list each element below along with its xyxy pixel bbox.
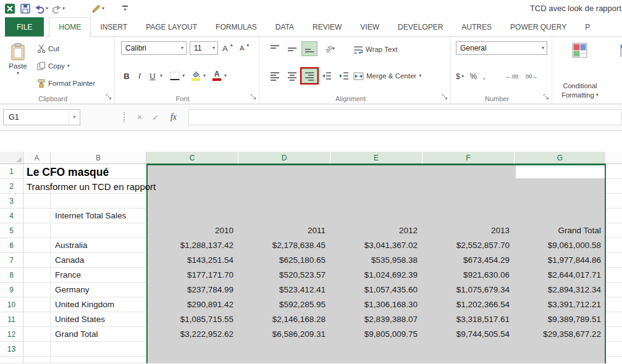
cell-G11[interactable]: $9,389,789.51 (515, 312, 606, 327)
row-header-14-partial[interactable] (0, 357, 23, 363)
column-header-b[interactable]: B (51, 152, 146, 164)
cell-B5[interactable] (51, 223, 146, 238)
cut-button[interactable]: Cut (37, 42, 59, 56)
cell-A7[interactable] (23, 253, 51, 268)
tab-file[interactable]: FILE (5, 17, 44, 37)
font-size-caret-icon[interactable]: ▾ (210, 46, 217, 51)
font-name-caret-icon[interactable]: ▾ (179, 46, 186, 51)
cell-A4[interactable] (23, 209, 51, 223)
tab-clipped[interactable]: P (576, 17, 599, 37)
cell-D6[interactable]: $2,178,638.45 (238, 238, 330, 253)
column-header-g[interactable]: G (515, 152, 606, 164)
number-format-combo[interactable]: General ▾ (456, 41, 547, 55)
tab-autres[interactable]: AUTRES (452, 17, 501, 37)
row-header-8[interactable]: 8 (0, 268, 23, 283)
align-right-button[interactable] (301, 68, 317, 83)
font-color-button[interactable]: A (211, 69, 222, 83)
bold-button[interactable]: B (121, 69, 132, 83)
cell-B4[interactable]: Internet Total Sales (51, 209, 146, 223)
cell-E9[interactable]: $1,057,435.60 (330, 283, 422, 297)
cell-E10[interactable]: $1,306,168.30 (330, 297, 422, 312)
cell-F8[interactable]: $921,630.06 (422, 268, 515, 283)
font-name-combo[interactable]: Calibri ▾ (121, 41, 187, 55)
column-header-e[interactable]: E (330, 152, 422, 164)
tab-view[interactable]: VIEW (351, 17, 389, 37)
save-button[interactable] (19, 2, 32, 15)
clipboard-dialog-launcher[interactable] (106, 94, 112, 101)
cell-D11[interactable]: $2,146,168.28 (238, 312, 330, 327)
format-as-table-button[interactable]: For T (605, 40, 622, 99)
cell-F9[interactable]: $1,075,679.34 (422, 283, 515, 297)
cell-C6[interactable]: $1,288,137.42 (146, 238, 238, 253)
row-header-12[interactable]: 12 (0, 327, 23, 342)
cell-D9[interactable]: $523,412.41 (238, 283, 330, 297)
cancel-button[interactable]: × (132, 109, 147, 125)
tab-home[interactable]: HOME (49, 17, 91, 37)
cell-A8[interactable] (23, 268, 51, 283)
align-left-button[interactable] (267, 68, 283, 83)
cell-F5[interactable]: 2013 (422, 223, 515, 238)
cell-C12[interactable]: $3,222,952.62 (146, 327, 238, 342)
customize-quick-access-toolbar-button[interactable]: ▾ (122, 6, 128, 12)
column-header-f[interactable]: F (422, 152, 515, 164)
cell-B9[interactable]: Germany (51, 283, 146, 297)
cell-A12[interactable] (23, 327, 51, 342)
cell-B12[interactable]: Grand Total (51, 327, 146, 342)
cell-B8[interactable]: France (51, 268, 146, 283)
cell-E12[interactable]: $9,805,009.75 (330, 327, 422, 342)
alignment-dialog-launcher[interactable] (442, 94, 448, 101)
conditional-formatting-button[interactable]: Conditional Formatting ▾ (560, 40, 600, 99)
font-dialog-launcher[interactable] (250, 94, 257, 101)
fill-color-caret-icon[interactable]: ▾ (203, 73, 206, 78)
row-header-1[interactable]: 1 (0, 164, 23, 179)
cell-D5[interactable]: 2011 (238, 223, 330, 238)
increase-indent-button[interactable] (336, 68, 352, 83)
cell-C9[interactable]: $237,784.99 (146, 283, 238, 297)
decrease-indent-button[interactable] (319, 68, 335, 83)
number-dialog-launcher[interactable] (543, 94, 550, 101)
cell-C11[interactable]: $1,085,715.55 (146, 312, 238, 327)
cell-D10[interactable]: $592,285.95 (238, 297, 330, 312)
redo-button[interactable]: ▾ (51, 4, 65, 14)
cell-C5[interactable]: 2010 (146, 223, 238, 238)
font-size-combo[interactable]: 11 ▾ (190, 41, 218, 55)
increase-decimal-button[interactable]: ←.00 (505, 73, 519, 80)
active-cell-G1[interactable] (516, 165, 605, 178)
top-align-button[interactable] (267, 41, 283, 56)
cell-C8[interactable]: $177,171.70 (146, 268, 238, 283)
row-header-7[interactable]: 7 (0, 253, 23, 268)
number-format-caret-icon[interactable]: ▾ (539, 46, 547, 51)
cell-D12[interactable]: $6,586,209.31 (238, 327, 330, 342)
column-stub[interactable] (606, 164, 622, 363)
name-box-caret-icon[interactable]: ▾ (69, 110, 80, 125)
bottom-align-button[interactable] (301, 41, 317, 56)
accounting-format-button[interactable]: $ ▾ (456, 72, 464, 81)
row-header-9[interactable]: 9 (0, 283, 23, 297)
row-header-2[interactable]: 2 (0, 179, 23, 194)
column-header-c[interactable]: C (146, 152, 238, 164)
row-header-4[interactable]: 4 (0, 209, 23, 223)
middle-align-button[interactable] (284, 41, 300, 56)
insert-function-button[interactable]: fx (166, 109, 182, 125)
select-all-corner[interactable] (0, 152, 23, 164)
paste-button[interactable]: Paste ▾ (3, 40, 33, 94)
cell-G7[interactable]: $1,977,844.86 (515, 253, 606, 268)
cell-F6[interactable]: $2,552,857.70 (422, 238, 515, 253)
ink-tool-caret-icon[interactable]: ▾ (102, 6, 104, 11)
percent-style-button[interactable]: % (470, 72, 477, 81)
cell-C7[interactable]: $143,251.54 (146, 253, 238, 268)
column-header-d[interactable]: D (238, 152, 330, 164)
cell-A14[interactable] (23, 357, 51, 363)
cell-G12[interactable]: $29,358,677.22 (515, 327, 606, 342)
cell-A3[interactable] (23, 194, 51, 209)
row-header-3[interactable]: 3 (0, 194, 23, 209)
cell-A13[interactable] (23, 342, 51, 357)
redo-caret-icon[interactable]: ▾ (62, 6, 65, 11)
cell-B3[interactable] (51, 194, 146, 209)
decrease-decimal-button[interactable]: .00→ (524, 73, 538, 80)
tab-review[interactable]: REVIEW (303, 17, 351, 37)
wrap-text-button[interactable]: Wrap Text (353, 43, 397, 56)
cell-A6[interactable] (23, 238, 51, 253)
formula-input[interactable] (188, 109, 622, 125)
italic-button[interactable]: I (134, 69, 145, 83)
